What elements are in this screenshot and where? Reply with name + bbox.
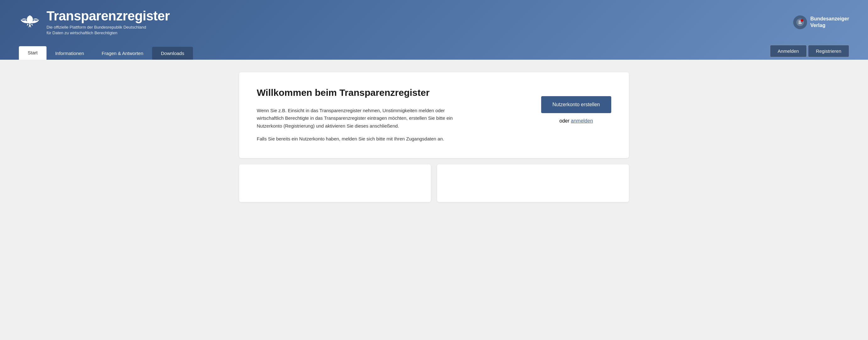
main-content: Willkommen beim Transparenzregister Wenn… — [0, 60, 868, 248]
nav-right: Anmelden Registrieren — [770, 45, 849, 60]
svg-point-1 — [28, 18, 29, 19]
nav-left: Start Informationen Fragen & Antworten D… — [19, 46, 193, 60]
brand-title: Transparenzregister — [46, 9, 170, 23]
or-label: oder — [559, 118, 569, 123]
welcome-body-text: Wenn Sie z.B. Einsicht in das Transparen… — [257, 107, 470, 130]
eagle-icon — [19, 11, 41, 33]
nav-item-fragen[interactable]: Fragen & Antworten — [93, 47, 152, 60]
bundesanzeiger-logo: Bundesanzeiger Verlag — [793, 16, 849, 29]
main-nav: Start Informationen Fragen & Antworten D… — [19, 45, 849, 60]
brand-subtitle: Die offizielle Plattform der Bundesrepub… — [46, 25, 170, 36]
registrieren-button[interactable]: Registrieren — [808, 45, 849, 57]
bundesanzeiger-icon — [793, 16, 807, 29]
brand-area: Transparenzregister Die offizielle Platt… — [19, 9, 170, 36]
or-login-area: oder anmelden — [559, 118, 593, 124]
login-link[interactable]: anmelden — [571, 118, 593, 123]
bottom-card-1 — [239, 164, 431, 202]
welcome-actions: Nutzerkonto erstellen oder anmelden — [541, 87, 611, 124]
nav-item-start[interactable]: Start — [19, 46, 46, 60]
nav-item-informationen[interactable]: Informationen — [46, 47, 93, 60]
create-account-button[interactable]: Nutzerkonto erstellen — [541, 96, 611, 113]
welcome-login-text: Falls Sie bereits ein Nutzerkonto haben,… — [257, 135, 522, 143]
bottom-card-2 — [437, 164, 629, 202]
welcome-content: Willkommen beim Transparenzregister Wenn… — [257, 87, 522, 143]
anmelden-button[interactable]: Anmelden — [770, 45, 807, 57]
bottom-cards-row — [239, 164, 629, 202]
welcome-card: Willkommen beim Transparenzregister Wenn… — [239, 72, 629, 158]
nav-item-downloads[interactable]: Downloads — [152, 47, 193, 60]
brand-text-block: Transparenzregister Die offizielle Platt… — [46, 9, 170, 36]
bundesanzeiger-text: Bundesanzeiger Verlag — [810, 16, 849, 29]
site-header: Transparenzregister Die offizielle Platt… — [0, 0, 868, 60]
svg-point-4 — [801, 19, 803, 22]
header-top: Transparenzregister Die offizielle Platt… — [19, 9, 849, 45]
svg-point-2 — [30, 18, 32, 19]
bundesanzeiger-svg-icon — [796, 18, 804, 26]
welcome-title: Willkommen beim Transparenzregister — [257, 87, 522, 98]
